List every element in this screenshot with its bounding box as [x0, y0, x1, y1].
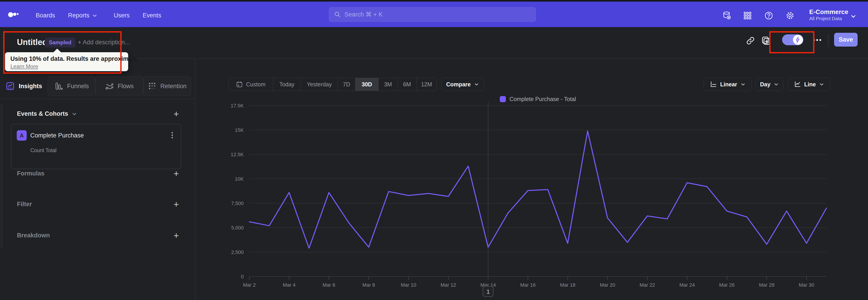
- svg-text:Mar 18: Mar 18: [560, 282, 575, 288]
- segment-label: Custom: [246, 81, 266, 88]
- events-cohorts-header[interactable]: Events & Cohorts: [17, 110, 77, 117]
- sampling-toggle[interactable]: [782, 34, 803, 45]
- svg-text:Mar 14: Mar 14: [480, 282, 496, 288]
- save-button[interactable]: Save: [834, 33, 858, 47]
- tab-retention[interactable]: Retention: [143, 76, 191, 96]
- search-input[interactable]: Search ⌘ + K: [329, 7, 536, 22]
- section-formulas: Formulas: [17, 170, 44, 177]
- chevron-down-icon: [92, 13, 98, 19]
- lightning-bolt-icon: [795, 36, 801, 43]
- section-breakdown: Breakdown: [17, 232, 50, 239]
- svg-text:Mar 30: Mar 30: [799, 282, 814, 288]
- project-scope: All Project Data: [809, 16, 848, 21]
- svg-text:7,500: 7,500: [231, 201, 244, 206]
- data-management-icon[interactable]: [721, 10, 732, 21]
- project-name: E-Commerce: [809, 8, 848, 16]
- chart-legend[interactable]: Complete Purchase - Total: [249, 96, 827, 102]
- add-filter-button[interactable]: +: [174, 200, 179, 209]
- funnels-icon: [55, 82, 63, 90]
- add-to-board-icon[interactable]: [761, 36, 771, 46]
- nav-item-reports[interactable]: Reports: [68, 12, 98, 19]
- top-nav: Boards Reports Users Events Search ⌘ + K…: [0, 2, 868, 27]
- nav-item-label: Events: [143, 12, 161, 19]
- date-range-control: Custom Today Yesterday 7D 30D 3M 6M 12M: [228, 78, 437, 91]
- date-segment-6m[interactable]: 6M: [397, 78, 416, 91]
- add-formula-button[interactable]: +: [174, 169, 179, 178]
- retention-icon: [148, 82, 156, 90]
- svg-text:Mar 22: Mar 22: [640, 282, 655, 288]
- sampled-badge[interactable]: Sampled: [45, 37, 75, 48]
- more-menu-icon[interactable]: [812, 37, 822, 43]
- date-segment-30d[interactable]: 30D: [355, 78, 378, 91]
- date-segment-3m[interactable]: 3M: [378, 78, 397, 91]
- svg-text:Mar 20: Mar 20: [600, 282, 615, 288]
- date-segment-custom[interactable]: Custom: [229, 78, 273, 91]
- sidebar-scrollbar[interactable]: [0, 104, 3, 249]
- svg-text:17.5K: 17.5K: [231, 103, 244, 109]
- header-vertical-divider: [828, 34, 829, 47]
- project-switcher[interactable]: E-Commerce All Project Data: [809, 8, 848, 21]
- settings-gear-icon[interactable]: [785, 10, 795, 21]
- segment-label: 6M: [403, 81, 411, 88]
- chart-type-label: Line: [804, 81, 816, 88]
- screen-top-strip: [0, 0, 868, 2]
- legend-swatch: [500, 96, 506, 102]
- svg-text:Mar 4: Mar 4: [283, 282, 296, 288]
- date-segment-today[interactable]: Today: [273, 78, 301, 91]
- compare-button[interactable]: Compare: [441, 78, 484, 91]
- legend-label: Complete Purchase - Total: [509, 96, 576, 102]
- tabs-divider: [0, 98, 195, 99]
- date-segment-yesterday[interactable]: Yesterday: [301, 78, 338, 91]
- toggle-knob: [793, 35, 803, 45]
- sidebar-divider: [195, 59, 195, 300]
- event-kebab-menu-icon[interactable]: [168, 131, 177, 140]
- tab-funnels[interactable]: Funnels: [48, 76, 95, 96]
- linear-scale-icon: [710, 81, 717, 88]
- nav-item-events[interactable]: Events: [143, 12, 161, 19]
- line-chart-icon: [794, 81, 801, 88]
- date-segment-7d[interactable]: 7D: [338, 78, 355, 91]
- chevron-down-icon: [71, 111, 77, 117]
- svg-text:0: 0: [241, 274, 244, 279]
- nav-item-boards[interactable]: Boards: [36, 12, 55, 19]
- event-card[interactable]: [11, 124, 181, 169]
- add-breakdown-button[interactable]: +: [174, 231, 179, 240]
- svg-text:12.5K: 12.5K: [231, 152, 244, 157]
- event-metric[interactable]: Count Total: [30, 147, 57, 153]
- section-filter: Filter: [17, 201, 32, 208]
- flows-icon: [105, 82, 114, 90]
- event-name[interactable]: Complete Purchase: [30, 132, 84, 139]
- scale-dropdown[interactable]: Linear: [704, 78, 752, 91]
- segment-label: Today: [279, 81, 294, 88]
- sampling-tooltip: Using 10% of data. Results are approxima…: [5, 52, 128, 71]
- tab-flows[interactable]: Flows: [96, 76, 143, 96]
- add-description[interactable]: + Add description...: [78, 39, 130, 46]
- tab-insights[interactable]: Insights: [0, 76, 48, 96]
- apps-grid-icon[interactable]: [742, 10, 753, 21]
- event-series-badge: A: [17, 130, 27, 141]
- project-chevron-icon[interactable]: [850, 13, 857, 20]
- svg-text:Mar 6: Mar 6: [322, 282, 335, 288]
- compare-label: Compare: [446, 81, 471, 88]
- search-icon: [334, 11, 341, 18]
- svg-text:5,000: 5,000: [231, 225, 244, 231]
- learn-more-link[interactable]: Learn More: [10, 63, 38, 70]
- help-icon[interactable]: [764, 10, 774, 21]
- granularity-dropdown[interactable]: Day: [756, 78, 783, 91]
- chart-type-dropdown[interactable]: Line: [788, 78, 830, 91]
- granularity-label: Day: [760, 81, 771, 88]
- nav-item-users[interactable]: Users: [114, 12, 130, 19]
- svg-text:Mar 16: Mar 16: [520, 282, 535, 288]
- tooltip-message: Using 10% of data. Results are approxima…: [10, 55, 123, 62]
- date-segment-12m[interactable]: 12M: [416, 78, 436, 91]
- copy-link-icon[interactable]: [746, 36, 755, 45]
- segment-label: Yesterday: [307, 81, 332, 88]
- report-title[interactable]: Untitled: [17, 37, 47, 47]
- svg-text:Mar 2: Mar 2: [243, 282, 256, 288]
- events-cohorts-label: Events & Cohorts: [17, 110, 68, 117]
- nav-item-label: Reports: [68, 12, 90, 19]
- svg-text:15K: 15K: [235, 127, 244, 133]
- mixpanel-logo-icon[interactable]: [8, 11, 20, 18]
- add-event-button[interactable]: +: [174, 110, 179, 118]
- tab-label: Insights: [19, 83, 42, 90]
